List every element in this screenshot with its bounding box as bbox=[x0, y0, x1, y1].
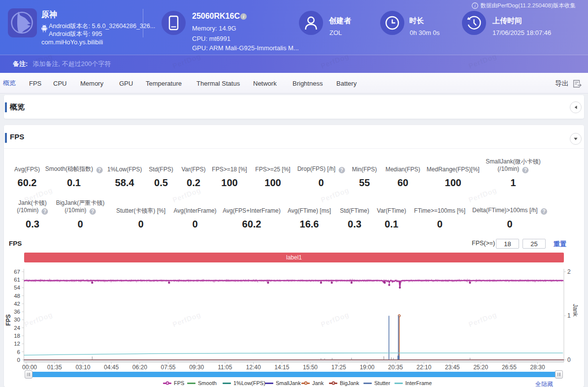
help-icon[interactable]: ? bbox=[42, 208, 48, 215]
tab-temperature[interactable]: Temperature bbox=[146, 79, 182, 87]
metric-value: 1 bbox=[510, 177, 516, 189]
tab-memory[interactable]: Memory bbox=[80, 79, 103, 87]
tab-network[interactable]: Network bbox=[253, 79, 277, 87]
metric-label: Std(FPS) bbox=[149, 166, 173, 173]
metric-label: Avg(FPS) bbox=[14, 166, 40, 173]
fps-dip-dot bbox=[168, 282, 170, 284]
metric-value: 60.2 bbox=[18, 177, 37, 189]
x-tick: 19:00 bbox=[359, 364, 374, 371]
metric-value: 0 bbox=[138, 219, 143, 230]
legend-label: Stutter bbox=[374, 380, 390, 386]
fps-dip-dot bbox=[331, 282, 333, 284]
tab-fps[interactable]: FPS bbox=[29, 79, 41, 87]
grip-line bbox=[557, 373, 558, 376]
fps-threshold-input-2[interactable] bbox=[523, 239, 546, 249]
metric-value: 0.1 bbox=[67, 177, 81, 189]
metric-value: 100 bbox=[221, 177, 237, 189]
overview-section: 概览 bbox=[4, 95, 584, 119]
y-tick-left: 18 bbox=[0, 333, 20, 339]
metric-value: 0.3 bbox=[348, 219, 361, 230]
info-icon[interactable]: i bbox=[240, 13, 247, 20]
device-cpu: CPU: mt6991 bbox=[192, 35, 230, 42]
app-name: 原神 bbox=[41, 10, 57, 20]
grip-line bbox=[29, 373, 29, 376]
export-icon bbox=[572, 79, 582, 89]
metric-value: 0.1 bbox=[385, 219, 398, 230]
metric-label: Smooth(稳帧指数) ? bbox=[45, 165, 103, 173]
legend-label: FPS bbox=[174, 380, 184, 386]
overview-section-title: 概览 bbox=[10, 102, 25, 112]
legend-bigjank[interactable]: BigJank bbox=[329, 379, 359, 387]
hide-all-link[interactable]: 全隐藏 bbox=[535, 380, 553, 387]
android-icon bbox=[41, 24, 47, 32]
metric-label: Std(FTime) bbox=[340, 207, 369, 215]
fps-threshold-input-1[interactable] bbox=[496, 239, 519, 249]
export-button[interactable]: 导出 bbox=[555, 73, 582, 95]
tab-gpu[interactable]: GPU bbox=[119, 79, 133, 87]
legend-smooth[interactable]: Smooth bbox=[187, 379, 217, 387]
device-icon bbox=[162, 11, 186, 35]
x-tick: 04:45 bbox=[104, 364, 119, 371]
legend-interframe[interactable]: InterFrame bbox=[394, 379, 432, 387]
remark-bar[interactable]: 备注: 添加备注, 不超过200个字符 bbox=[0, 55, 588, 73]
x-tick: 03:10 bbox=[75, 364, 90, 371]
android-version-name: Android版本名: 5.6.0_32604286_326... bbox=[49, 22, 155, 31]
datazoom-track[interactable] bbox=[33, 372, 555, 377]
metric-label: Min(FPS) bbox=[352, 166, 377, 173]
fps-threshold-label: FPS(>=) bbox=[472, 240, 495, 247]
metric-value: 100 bbox=[264, 177, 281, 189]
help-icon[interactable]: ? bbox=[338, 167, 345, 173]
fps-metrics: Avg(FPS)60.2Smooth(稳帧指数) ?0.11%Low(FPS)5… bbox=[0, 125, 588, 238]
legend-label: Jank bbox=[312, 380, 324, 386]
x-tick: 01:35 bbox=[47, 364, 62, 371]
device-gpu: GPU: ARM Mali-G925-Immortalis M... bbox=[192, 44, 299, 52]
tab-cpu[interactable]: CPU bbox=[53, 79, 66, 87]
header-divider bbox=[143, 9, 143, 37]
y-tick-left: 0 bbox=[0, 357, 20, 363]
creator-value: ZOL bbox=[329, 29, 342, 36]
remark-placeholder[interactable]: 添加备注, 不超过200个字符 bbox=[33, 60, 111, 68]
series-interframe bbox=[24, 353, 563, 355]
legend-marker-icon bbox=[329, 383, 337, 384]
tab-battery[interactable]: Battery bbox=[336, 79, 357, 87]
metric-label: Delta(FTime)>100ms [/h] ? bbox=[472, 207, 547, 215]
overview-collapse-button[interactable] bbox=[570, 101, 582, 113]
legend-1-low-fps-[interactable]: 1%Low(FPS) bbox=[223, 379, 265, 387]
svg-text:i: i bbox=[474, 3, 476, 8]
datazoom-handle-right[interactable] bbox=[555, 370, 563, 379]
reset-link[interactable]: 重置 bbox=[554, 240, 566, 249]
device-model: 25060RK16C bbox=[192, 12, 240, 21]
legend-fps[interactable]: FPS bbox=[163, 379, 184, 387]
grip-line bbox=[30, 373, 30, 376]
tab-thermal-status[interactable]: Thermal Status bbox=[196, 79, 240, 87]
fps-dip-dot bbox=[388, 284, 390, 286]
metric-label: FPS>=25 [%] bbox=[255, 166, 290, 173]
upload-time-label: 上传时间 bbox=[492, 16, 522, 26]
help-icon[interactable]: ? bbox=[96, 167, 102, 173]
tab-概览[interactable]: 概览 bbox=[3, 79, 16, 88]
creator-icon bbox=[299, 11, 323, 35]
legend-smalljank[interactable]: SmallJank bbox=[265, 379, 301, 387]
legend-jank[interactable]: Jank bbox=[301, 379, 324, 387]
grip-line bbox=[560, 373, 560, 376]
datazoom-handle-left[interactable] bbox=[25, 370, 33, 379]
legend-stutter[interactable]: Stutter bbox=[363, 379, 390, 387]
y-tick-left: 42 bbox=[0, 301, 20, 307]
upload-time-icon bbox=[462, 11, 486, 35]
metric-label: FTime>=100ms [%] bbox=[414, 207, 465, 215]
metric-label: Avg(FPS+InterFrame) bbox=[223, 207, 280, 215]
tab-brightness[interactable]: Brightness bbox=[293, 79, 323, 87]
help-icon[interactable]: ? bbox=[90, 208, 96, 215]
metric-label: Jank(卡顿)(/10min) ? bbox=[17, 199, 48, 215]
help-icon[interactable]: ? bbox=[541, 208, 547, 215]
tab-bar: 概览FPSCPUMemoryGPUTemperatureThermal Stat… bbox=[0, 73, 588, 94]
header: 原神 Android版本名: 5.6.0_32604286_326... And… bbox=[0, 0, 588, 55]
help-icon[interactable]: ? bbox=[523, 167, 529, 173]
fps-dip-dot bbox=[320, 282, 322, 284]
metric-label: Drop(FPS) [/h] ? bbox=[297, 165, 345, 173]
y-axis-title-right: Jank bbox=[572, 304, 579, 316]
info-icon: i bbox=[472, 2, 478, 9]
duration-value: 0h 30m 0s bbox=[410, 29, 440, 36]
y-tick-left: 12 bbox=[0, 341, 20, 347]
x-tick: 14:15 bbox=[274, 364, 289, 371]
